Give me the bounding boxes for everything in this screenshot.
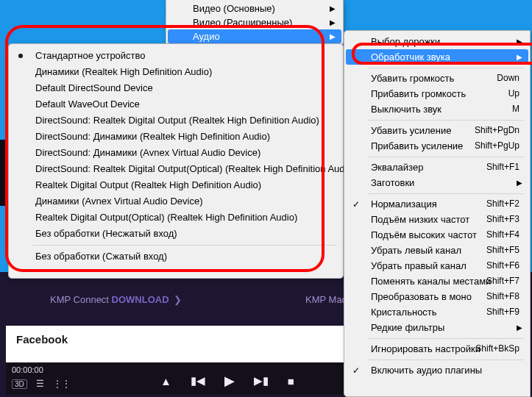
menu-separator [346, 154, 528, 160]
menu-item-label: Видео (Основные) [193, 3, 275, 14]
menu-item-label: Видео (Расширенные) [193, 17, 292, 28]
audio-menu-item[interactable]: КристальностьShift+F9 [346, 304, 528, 320]
audio-device-item[interactable]: DirectSound: Realtek Digital Output (Rea… [10, 112, 341, 129]
menu-item-label: Кристальность [371, 307, 437, 318]
menu-shortcut: Shift+F7 [486, 273, 519, 289]
audio-menu-item[interactable]: Заготовки▶ [346, 175, 528, 190]
menu-shortcut: Shift+F4 [486, 227, 519, 243]
download-text-a: KMP Connect [50, 294, 112, 305]
check-icon: ✓ [352, 197, 360, 212]
prev-icon[interactable]: ▮◀ [191, 374, 205, 387]
menu-item-label: Поменять каналы местами [371, 276, 491, 287]
menu-item-label: DirectSound: Динамики (Avnex Virtual Aud… [35, 147, 260, 158]
audio-device-item[interactable]: DirectSound: Realtek Digital Output(Opti… [10, 161, 341, 177]
audio-device-item[interactable]: DirectSound: Динамики (Avnex Virtual Aud… [10, 145, 341, 161]
stop-icon[interactable]: ■ [288, 375, 294, 387]
audio-menu-item[interactable]: Прибавить громкостьUp [346, 86, 528, 101]
settings-icon[interactable]: ⋮⋮ [53, 379, 71, 389]
audio-device-item[interactable]: Стандартное устройство [10, 48, 341, 64]
menu-separator [346, 335, 528, 341]
top-menu-item[interactable]: Аудио▶ [168, 29, 341, 43]
menu-shortcut: Shift+F5 [486, 243, 519, 258]
audio-menu-item[interactable]: Выбор дорожки▶ [346, 34, 528, 49]
menu-shortcut: Shift+F3 [486, 212, 519, 227]
menu-item-label: Realtek Digital Output(Optical) (Realtek… [35, 212, 297, 223]
threeD-toggle[interactable]: 3D [12, 379, 27, 389]
menu-shortcut: Shift+PgUp [475, 138, 519, 154]
audio-device-item[interactable]: Default DirectSound Device [10, 80, 341, 96]
menu-item-label: Аудио [193, 31, 220, 42]
audio-device-item[interactable]: Динамики (Avnex Virtual Audio Device) [10, 193, 341, 210]
menu-item-label: Эквалайзер [371, 162, 423, 173]
menu-item-label: Динамики (Avnex Virtual Audio Device) [35, 196, 203, 207]
audio-menu-item[interactable]: ✓НормализацияShift+F2 [346, 196, 528, 212]
audio-menu-item[interactable]: Убрать правый каналShift+F6 [346, 258, 528, 273]
download-text-b: DOWNLOAD [112, 294, 169, 305]
audio-menu-item[interactable]: Игнорировать настройкиShift+BkSp [346, 341, 528, 357]
audio-menu-item[interactable]: Подъём низких частотShift+F3 [346, 212, 528, 227]
menu-item-label: Подъём высоких частот [371, 229, 477, 240]
top-menu-item[interactable]: Видео (Основные)▶ [168, 1, 341, 15]
menu-shortcut: Shift+BkSp [475, 341, 519, 357]
menu-item-label: Убрать левый канал [371, 245, 461, 256]
menu-shortcut: Down [497, 71, 519, 86]
context-menu-top: Видео (Основные)▶Видео (Расширенные)▶Ауд… [166, 0, 344, 46]
audio-menu-item[interactable]: Прибавить усилениеShift+PgUp [346, 138, 528, 154]
player-control-bar: 00:00:00 3D ☰ ⋮⋮ ▲ ▮◀ ▶ ▶▮ ■ [6, 362, 344, 395]
menu-item-label: Прибавить громкость [371, 88, 466, 99]
audio-menu-item[interactable]: Убавить громкостьDown [346, 71, 528, 86]
submenu-arrow-icon: ▶ [517, 320, 522, 335]
menu-item-label: Выключить звук [371, 104, 441, 115]
audio-menu-item[interactable]: ЭквалайзерShift+F1 [346, 160, 528, 175]
submenu-arrow-icon: ▶ [330, 29, 336, 43]
audio-submenu: Выбор дорожки▶Обработчик звука▶Убавить г… [344, 30, 531, 397]
menu-shortcut: Up [508, 86, 519, 101]
submenu-arrow-icon: ▶ [517, 175, 522, 190]
submenu-arrow-icon: ▶ [330, 1, 336, 15]
menu-item-label: Включить аудио плагины [371, 365, 482, 376]
menu-shortcut: Shift+F8 [486, 289, 519, 304]
audio-menu-item[interactable]: ✓Включить аудио плагины [346, 362, 528, 378]
audio-device-item[interactable]: DirectSound: Динамики (Realtek High Defi… [10, 129, 341, 145]
menu-separator [346, 357, 528, 362]
menu-shortcut: Shift+F9 [486, 304, 519, 320]
chevron-right-icon: ❯ [174, 294, 182, 305]
menu-shortcut: Shift+F6 [486, 258, 519, 273]
next-icon[interactable]: ▶▮ [254, 374, 269, 387]
audio-menu-item[interactable]: Убавить усилениеShift+PgDn [346, 123, 528, 138]
audio-menu-item[interactable]: Редкие фильтры▶ [346, 320, 528, 335]
menu-item-label: DirectSound: Realtek Digital Output(Opti… [35, 163, 355, 174]
menu-item-label: Редкие фильтры [371, 322, 444, 333]
audio-menu-item[interactable]: Подъём высоких частотShift+F4 [346, 227, 528, 243]
audio-menu-item[interactable]: Преобразовать в моноShift+F8 [346, 289, 528, 304]
menu-icon[interactable]: ☰ [36, 379, 44, 389]
audio-device-item[interactable]: Без обработки (Несжатый вход) [10, 226, 341, 242]
menu-item-label: Выбор дорожки [371, 36, 440, 47]
audio-device-item[interactable]: Realtek Digital Output(Optical) (Realtek… [10, 210, 341, 226]
menu-item-label: Realtek Digital Output (Realtek High Def… [35, 179, 261, 190]
audio-device-item[interactable]: Realtek Digital Output (Realtek High Def… [10, 177, 341, 193]
menu-item-label: Нормализация [371, 198, 437, 210]
menu-item-label: Убрать правый канал [371, 260, 467, 271]
menu-item-label: Заготовки [371, 177, 414, 188]
menu-separator [346, 190, 528, 196]
kmp-connect-download-link[interactable]: KMP Connect DOWNLOAD❯ [50, 294, 182, 305]
eject-icon[interactable]: ▲ [160, 375, 171, 387]
top-menu-item[interactable]: Видео (Расширенные)▶ [168, 15, 341, 29]
audio-menu-item[interactable]: Обработчик звука▶ [346, 49, 528, 65]
menu-separator [10, 242, 341, 248]
check-icon: ✓ [352, 363, 360, 378]
audio-device-item[interactable]: Динамики (Realtek High Definition Audio) [10, 64, 341, 80]
audio-device-item[interactable]: Без обработки (Сжатый вход) [10, 248, 341, 265]
audio-device-item[interactable]: Default WaveOut Device [10, 96, 341, 112]
menu-item-label: Убавить усиление [371, 125, 451, 136]
menu-item-label: DirectSound: Динамики (Realtek High Defi… [35, 131, 270, 142]
audio-menu-item[interactable]: Выключить звукM [346, 101, 528, 117]
play-icon[interactable]: ▶ [224, 373, 235, 389]
menu-item-label: Преобразовать в моно [371, 291, 472, 302]
audio-menu-item[interactable]: Поменять каналы местамиShift+F7 [346, 273, 528, 289]
menu-item-label: Default WaveOut Device [35, 99, 140, 110]
menu-item-label: Убавить громкость [371, 73, 454, 84]
menu-separator [346, 65, 528, 71]
audio-menu-item[interactable]: Убрать левый каналShift+F5 [346, 243, 528, 258]
